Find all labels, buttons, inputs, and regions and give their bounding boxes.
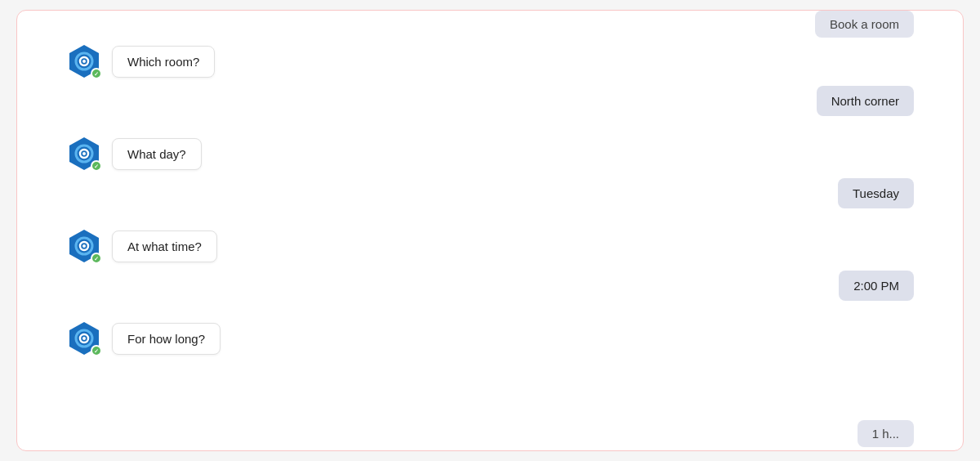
chat-body: Book a room	[17, 11, 963, 450]
bot-avatar	[66, 136, 102, 172]
bot-bubble-at-what-time: At what time?	[112, 230, 217, 262]
bot-bubble-which-room: Which room?	[112, 46, 215, 78]
bot-bubble-what-day: What day?	[112, 138, 202, 170]
user-row-north-corner: North corner	[66, 86, 914, 116]
message-pair-which-room: Which room? North corner	[66, 43, 914, 123]
bot-avatar	[66, 228, 102, 264]
svg-point-15	[82, 337, 86, 340]
bot-row-for-how-long: For how long?	[66, 320, 914, 356]
message-pair-at-what-time: At what time? 2:00 PM	[66, 228, 914, 307]
check-badge	[91, 345, 102, 356]
bot-row-which-room: Which room?	[66, 43, 914, 79]
user-bubble-book-a-room: Book a room	[815, 11, 914, 38]
user-bubble-tuesday: Tuesday	[838, 178, 914, 208]
message-pair-for-how-long: For how long?	[66, 320, 914, 363]
bot-bubble-for-how-long: For how long?	[112, 323, 220, 355]
message-pair-what-day: What day? Tuesday	[66, 136, 914, 215]
bot-row-what-day: What day?	[66, 136, 914, 172]
svg-point-7	[82, 152, 86, 155]
chat-container: Book a room	[16, 10, 964, 451]
user-row-tuesday: Tuesday	[66, 178, 914, 208]
user-bubble-north-corner: North corner	[817, 86, 914, 116]
svg-point-3	[82, 60, 86, 63]
check-badge	[91, 253, 102, 264]
bot-avatar	[66, 320, 102, 356]
svg-point-11	[82, 244, 86, 248]
bot-row-at-what-time: At what time?	[66, 228, 914, 264]
check-badge	[91, 68, 102, 79]
check-badge	[91, 160, 102, 172]
bot-avatar	[66, 43, 102, 79]
user-bubble-two-pm: 2:00 PM	[839, 271, 914, 301]
user-bubble-one-hour-partial: 1 h...	[858, 420, 914, 447]
user-row-two-pm: 2:00 PM	[66, 271, 914, 301]
